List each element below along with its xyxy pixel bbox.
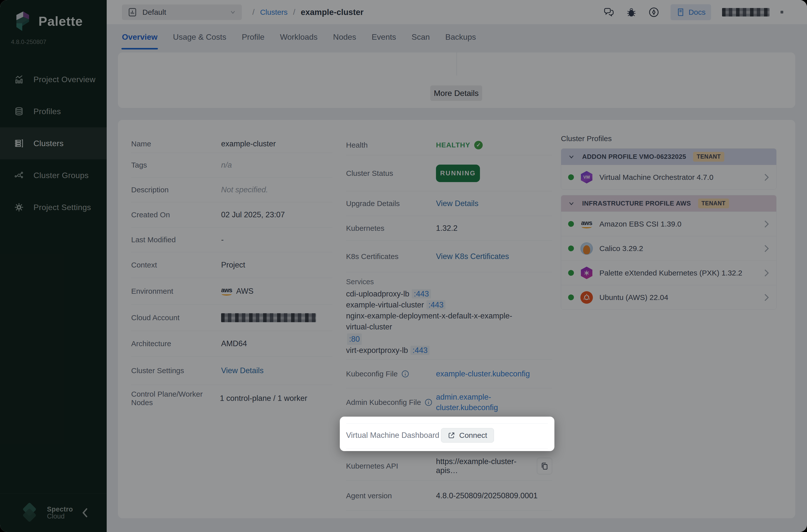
external-link-icon xyxy=(448,432,455,439)
walkthrough-dim-overlay xyxy=(0,0,807,532)
connect-button[interactable]: Connect xyxy=(441,428,494,442)
spotlight-divider xyxy=(346,423,548,424)
vm-dashboard-spotlight: Virtual Machine Dashboard Connect xyxy=(340,417,555,451)
vm-dashboard-label: Virtual Machine Dashboard xyxy=(346,431,441,440)
app-window: Palette 4.8.0-250807 Project Overview xyxy=(0,0,807,532)
spotlight-divider xyxy=(346,449,548,449)
